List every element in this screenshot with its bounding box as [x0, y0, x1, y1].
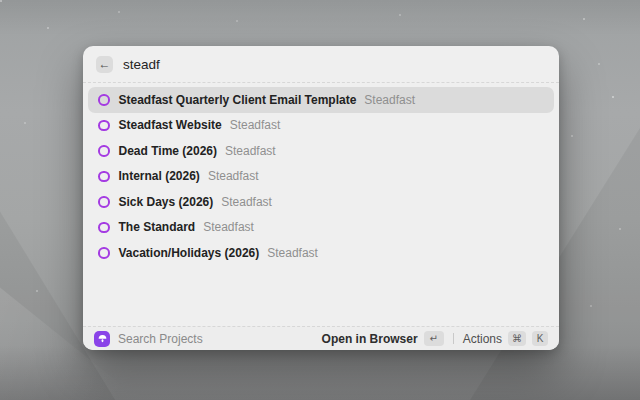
return-key-icon: ↵ — [424, 331, 444, 346]
wallpaper-vignette-top — [0, 0, 640, 36]
result-subtitle: Steadfast — [364, 93, 415, 107]
result-title: Vacation/Holidays (2026) — [119, 246, 260, 260]
project-ring-icon — [98, 145, 110, 157]
result-title: Dead Time (2026) — [119, 144, 218, 158]
back-button[interactable]: ← — [96, 56, 113, 73]
result-subtitle: Steadfast — [221, 195, 272, 209]
launcher-window: ← Steadfast Quarterly Client Email Templ… — [83, 46, 559, 350]
project-ring-icon — [98, 247, 110, 259]
result-title: The Standard — [119, 220, 196, 234]
project-ring-icon — [98, 171, 110, 183]
extension-label: Search Projects — [118, 332, 203, 346]
back-arrow-icon: ← — [99, 58, 111, 70]
desktop-wallpaper: ← Steadfast Quarterly Client Email Templ… — [0, 0, 640, 400]
result-subtitle: Steadfast — [267, 246, 318, 260]
result-title: Steadfast Quarterly Client Email Templat… — [119, 93, 357, 107]
search-input[interactable] — [123, 57, 546, 72]
result-title: Steadfast Website — [119, 118, 222, 132]
result-row[interactable]: Sick Days (2026) Steadfast — [88, 189, 554, 215]
project-ring-icon — [98, 222, 110, 234]
command-key-icon: ⌘ — [508, 331, 526, 346]
mushroom-icon — [97, 333, 108, 344]
app-icon — [94, 331, 110, 347]
wallpaper-vignette-bottom — [0, 345, 640, 400]
open-in-browser-button[interactable]: Open in Browser — [322, 332, 418, 346]
result-row[interactable]: Dead Time (2026) Steadfast — [88, 138, 554, 164]
result-row[interactable]: Steadfast Website Steadfast — [88, 113, 554, 139]
k-key-icon: K — [532, 331, 548, 346]
project-ring-icon — [98, 196, 110, 208]
result-title: Internal (2026) — [119, 169, 200, 183]
result-row[interactable]: Internal (2026) Steadfast — [88, 164, 554, 190]
result-subtitle: Steadfast — [225, 144, 276, 158]
project-ring-icon — [98, 120, 110, 132]
actions-button[interactable]: Actions — [463, 332, 502, 346]
result-subtitle: Steadfast — [203, 220, 254, 234]
result-title: Sick Days (2026) — [119, 195, 214, 209]
result-row[interactable]: The Standard Steadfast — [88, 215, 554, 241]
result-subtitle: Steadfast — [230, 118, 281, 132]
footer-bar: Search Projects Open in Browser ↵ Action… — [83, 326, 559, 350]
result-row[interactable]: Vacation/Holidays (2026) Steadfast — [88, 240, 554, 266]
result-row[interactable]: Steadfast Quarterly Client Email Templat… — [88, 87, 554, 113]
search-header: ← — [83, 46, 559, 83]
results-list: Steadfast Quarterly Client Email Templat… — [83, 83, 559, 326]
footer-divider — [453, 333, 454, 344]
result-subtitle: Steadfast — [208, 169, 259, 183]
project-ring-icon — [98, 94, 110, 106]
